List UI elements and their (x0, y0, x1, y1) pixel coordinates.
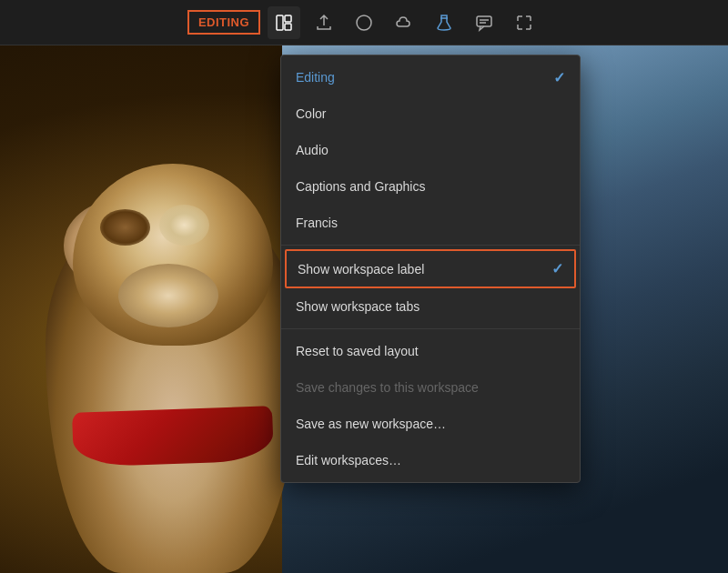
speech-button[interactable] (468, 6, 500, 39)
export-icon (315, 14, 333, 32)
export-button[interactable] (308, 6, 340, 39)
main-content: Editing ✓ Color Audio Captions and Graph… (0, 45, 728, 573)
menu-item-editing[interactable]: Editing ✓ (281, 59, 580, 96)
menu-item-show-workspace-label[interactable]: Show workspace label ✓ (285, 249, 576, 288)
menu-item-save-changes: Save changes to this workspace (281, 369, 580, 406)
dog-head (73, 164, 273, 346)
menu-item-color[interactable]: Color (281, 96, 580, 132)
flask-icon (435, 14, 453, 32)
dog-eye-right (159, 205, 209, 246)
menu-item-audio-label: Audio (296, 143, 329, 157)
show-workspace-label-text: Show workspace label (298, 262, 424, 276)
dropdown-menu: Editing ✓ Color Audio Captions and Graph… (280, 55, 581, 483)
workspace-icon (275, 14, 293, 32)
editing-workspace-button[interactable]: EDITING (187, 10, 260, 35)
edit-workspaces-label: Edit workspaces… (296, 453, 401, 467)
dog-eye-left (100, 209, 150, 246)
menu-item-save-new[interactable]: Save as new workspace… (281, 406, 580, 442)
workspace-label-check-icon: ✓ (551, 260, 563, 277)
menu-divider-1 (281, 245, 580, 246)
cloud-button[interactable] (388, 6, 420, 39)
toolbar: EDITING (0, 0, 728, 45)
record-button[interactable] (348, 6, 380, 39)
workspace-icon-button[interactable] (268, 6, 300, 39)
svg-rect-2 (285, 24, 291, 30)
save-changes-label: Save changes to this workspace (296, 380, 479, 395)
show-workspace-tabs-label: Show workspace tabs (296, 299, 420, 314)
menu-divider-2 (281, 328, 580, 329)
dog-snout (118, 264, 218, 327)
svg-rect-5 (477, 16, 491, 26)
speech-icon (475, 14, 493, 32)
menu-item-francis[interactable]: Francis (281, 205, 580, 241)
save-new-label: Save as new workspace… (296, 417, 446, 431)
circle-icon (355, 14, 373, 32)
svg-rect-1 (285, 15, 291, 22)
menu-item-editing-label: Editing (296, 70, 335, 85)
menu-item-reset-layout[interactable]: Reset to saved layout (281, 333, 580, 369)
menu-item-color-label: Color (296, 106, 326, 121)
cloud-icon (395, 14, 413, 32)
reset-layout-label: Reset to saved layout (296, 344, 419, 358)
menu-item-audio[interactable]: Audio (281, 132, 580, 168)
svg-point-3 (357, 15, 371, 30)
menu-item-francis-label: Francis (296, 216, 338, 230)
expand-icon (515, 14, 533, 32)
menu-item-captions-label: Captions and Graphics (296, 179, 425, 194)
flask-button[interactable] (428, 6, 460, 39)
svg-rect-0 (277, 15, 283, 30)
editing-check-icon: ✓ (553, 69, 565, 86)
expand-button[interactable] (508, 6, 541, 39)
menu-item-show-workspace-tabs[interactable]: Show workspace tabs (281, 288, 580, 325)
menu-item-captions-graphics[interactable]: Captions and Graphics (281, 168, 580, 205)
menu-item-edit-workspaces[interactable]: Edit workspaces… (281, 442, 580, 478)
